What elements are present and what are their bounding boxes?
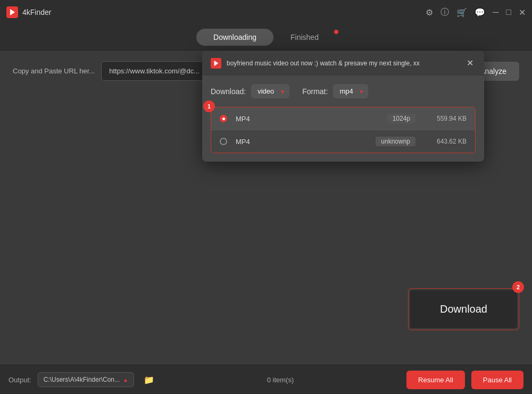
format-label: Format: xyxy=(302,87,328,96)
format-select-wrapper: mp4 mp3 ▼ xyxy=(333,84,368,98)
title-bar-controls: ⚙ ⓘ 🛒 💬 ─ □ ✕ xyxy=(426,6,526,18)
modal-controls: Download: video audio ▼ Format: xyxy=(211,84,476,98)
quality-1024p: 1024p xyxy=(387,114,415,123)
quality-unknownp: unknownp xyxy=(376,137,415,146)
items-count: 0 item(s) xyxy=(161,376,400,384)
tab-downloading[interactable]: Downloading xyxy=(196,29,273,46)
svg-marker-0 xyxy=(10,9,15,15)
file-size-2: 643.62 KB xyxy=(424,138,467,145)
format-row-1[interactable]: MP4 1024p 559.94 KB xyxy=(211,107,475,130)
bottom-bar: Output: C:\Users\A\4kFinder\Con... ▲ 📁 0… xyxy=(0,365,532,394)
tab-finished-wrapper: Finished xyxy=(273,29,336,46)
download-label: Download: xyxy=(211,87,246,96)
close-icon[interactable]: ✕ xyxy=(519,7,526,17)
output-label: Output: xyxy=(9,376,31,384)
format-select[interactable]: mp4 mp3 xyxy=(333,84,368,98)
output-path: C:\Users\A\4kFinder\Con... xyxy=(44,376,120,383)
radio-mp4-unknown[interactable] xyxy=(220,138,227,145)
settings-icon[interactable]: ⚙ xyxy=(426,7,433,17)
pause-all-button[interactable]: Pause All xyxy=(471,371,523,389)
maximize-icon[interactable]: □ xyxy=(506,7,511,17)
download-button[interactable]: Download xyxy=(410,290,517,328)
chat-icon[interactable]: 💬 xyxy=(475,7,485,17)
download-area: 2 Download xyxy=(408,288,519,330)
app-logo xyxy=(6,6,18,18)
tab-bar: Downloading Finished xyxy=(0,24,532,51)
modal-header: boyfriend music video out now :) watch &… xyxy=(202,51,484,76)
format-row-2[interactable]: MP4 unknownp 643.62 KB xyxy=(211,130,475,153)
cart-icon[interactable]: 🛒 xyxy=(456,7,467,17)
modal-overlay: boyfriend music video out now :) watch &… xyxy=(0,51,532,81)
format-control-group: Format: mp4 mp3 ▼ xyxy=(302,84,368,98)
path-arrow-icon: ▲ xyxy=(123,377,128,383)
format-name-2: MP4 xyxy=(236,138,367,146)
resume-all-button[interactable]: Resume All xyxy=(406,371,465,389)
modal-body: Download: video audio ▼ Format: xyxy=(202,76,484,162)
modal-logo xyxy=(211,58,221,69)
format-name-1: MP4 xyxy=(236,115,379,123)
tab-finished-dot xyxy=(334,30,338,34)
info-icon[interactable]: ⓘ xyxy=(440,6,449,18)
modal-dialog: boyfriend music video out now :) watch &… xyxy=(202,51,484,162)
download-control-group: Download: video audio ▼ xyxy=(211,84,289,98)
download-btn-wrapper: 2 Download xyxy=(408,288,519,330)
title-bar: 4kFinder ⚙ ⓘ 🛒 💬 ─ □ ✕ xyxy=(0,0,532,24)
modal-close-button[interactable]: ✕ xyxy=(464,57,476,69)
minimize-icon[interactable]: ─ xyxy=(493,7,498,17)
format-table: MP4 1024p 559.94 KB MP4 unknownp 643.62 … xyxy=(211,107,476,153)
download-select[interactable]: video audio xyxy=(251,84,289,98)
file-size-1: 559.94 KB xyxy=(424,115,467,122)
main-content: Copy and Paste URL her... Analyze boyfri… xyxy=(0,51,532,81)
svg-marker-1 xyxy=(214,60,219,65)
tab-finished[interactable]: Finished xyxy=(273,29,336,46)
step1-badge: 1 xyxy=(203,100,215,112)
step2-badge: 2 xyxy=(512,281,524,293)
output-path-wrapper[interactable]: C:\Users\A\4kFinder\Con... ▲ xyxy=(38,372,134,387)
radio-mp4-1024[interactable] xyxy=(220,115,227,122)
app-title: 4kFinder xyxy=(22,8,51,16)
radio-inner xyxy=(222,118,225,120)
modal-title: boyfriend music video out now :) watch &… xyxy=(227,60,459,67)
format-options-container: 1 MP4 1024p 559.94 KB xyxy=(211,107,476,153)
folder-icon[interactable]: 📁 xyxy=(144,375,154,385)
download-select-wrapper: video audio ▼ xyxy=(251,84,289,98)
